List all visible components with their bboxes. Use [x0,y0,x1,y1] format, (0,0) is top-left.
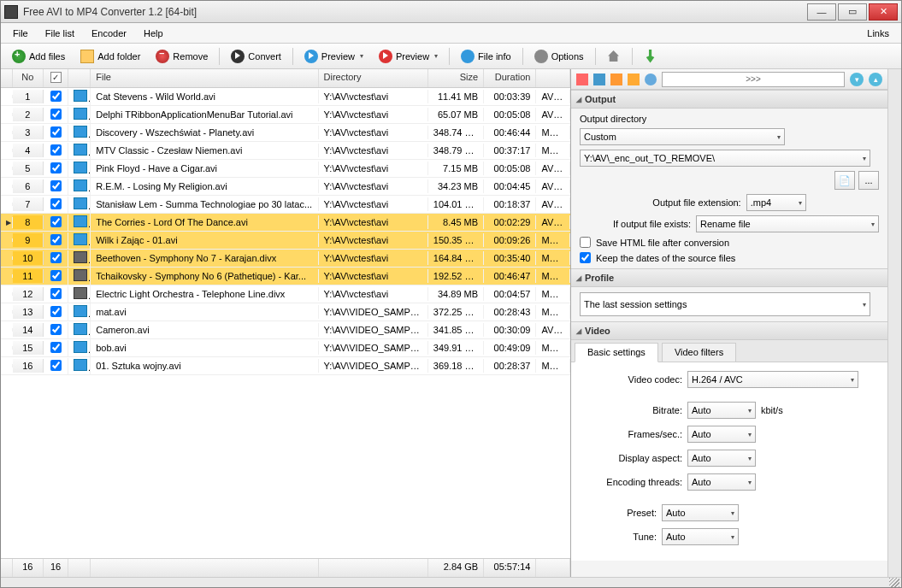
file-directory: Y:\AV\vctest\avi [319,215,428,229]
table-row[interactable]: 10Beethoven - Symphony No 7 - Karajan.di… [1,250,570,268]
folder-plus-icon [80,50,94,63]
open-folder-button[interactable]: 📄 [834,171,855,190]
table-row[interactable]: 3Discovery - Wszechświat - Planety.aviY:… [1,124,570,142]
row-checkbox[interactable] [50,144,62,156]
table-row[interactable]: 1Cat Stevens - Wild World.aviY:\AV\vctes… [1,88,570,106]
col-size[interactable]: Size [428,69,484,87]
table-row[interactable]: 9Wilk i Zając - 01.aviY:\AV\vctest\avi15… [1,232,570,250]
grid-body[interactable]: 1Cat Stevens - Wild World.aviY:\AV\vctes… [1,88,570,558]
bitrate-select[interactable]: Auto▾ [687,402,756,419]
pin-icon [644,50,657,63]
row-checkbox[interactable] [50,180,62,191]
table-row[interactable]: 4MTV Classic - Czesław Niemen.aviY:\AV\v… [1,142,570,160]
output-path-combo[interactable]: Y:\AV\_enc_out_TO_REMOVE\▾ [580,150,870,167]
nav-next-button[interactable]: >>> [662,72,845,87]
file-directory: Y:\AV\VIDEO_SAMPLES\... [319,305,428,319]
video-codec-select[interactable]: H.264 / AVC▾ [687,371,858,388]
output-exists-select[interactable]: Rename file▾ [696,215,879,232]
film-icon[interactable] [610,74,622,85]
row-checkbox[interactable] [50,109,62,120]
file-directory: Y:\AV\VIDEO_SAMPLES\... [319,341,428,355]
close-button[interactable]: ✕ [869,3,898,21]
scrollbar[interactable] [887,69,901,577]
table-row[interactable]: 5Pink Floyd - Have a Cigar.aviY:\AV\vcte… [1,160,570,178]
menu-file-list[interactable]: File list [37,26,83,40]
preset-select[interactable]: Auto▾ [662,504,739,521]
music-icon[interactable] [628,74,640,85]
down-circle-icon[interactable]: ▾ [850,73,864,86]
output-ext-select[interactable]: .mp4▾ [746,194,806,211]
row-number: 12 [13,287,44,301]
add-folder-button[interactable]: Add folder [74,47,146,66]
table-row[interactable]: 6R.E.M. - Losing My Religion.aviY:\AV\vc… [1,178,570,196]
row-checkbox[interactable] [50,360,62,371]
table-row[interactable]: 13mat.aviY:\AV\VIDEO_SAMPLES\...372.25 M… [1,303,570,321]
table-row[interactable]: ▶8The Corries - Lord Of The Dance.aviY:\… [1,214,570,232]
gear-icon[interactable] [645,74,657,85]
row-checkbox[interactable] [50,91,62,102]
tune-select[interactable]: Auto▾ [662,528,739,545]
col-no[interactable]: No [13,69,44,87]
output-directory-select[interactable]: Custom▾ [580,128,785,145]
menu-help[interactable]: Help [135,26,172,40]
up-circle-icon[interactable]: ▴ [869,73,882,86]
close-panel-icon[interactable] [576,74,588,85]
row-number: 10 [13,251,44,265]
file-info-button[interactable]: File info [455,47,517,66]
resize-grip[interactable] [889,578,899,588]
home-button[interactable] [601,47,627,66]
col-file[interactable]: File [91,69,318,87]
remove-button[interactable]: Remove [150,47,214,66]
row-checkbox[interactable] [50,198,62,209]
col-check-all[interactable]: ✓ [44,69,69,87]
preview-button-2[interactable]: Preview▾ [373,47,444,66]
col-video[interactable] [536,69,570,87]
keep-dates-checkbox[interactable] [580,252,591,263]
row-checkbox[interactable] [50,270,62,281]
save-html-checkbox[interactable] [580,237,591,248]
document-icon[interactable] [593,74,605,85]
menu-links[interactable]: Links [858,26,898,40]
profile-section-header[interactable]: ◢Profile [571,268,887,287]
col-duration[interactable]: Duration [484,69,536,87]
tab-basic-settings[interactable]: Basic settings [575,343,658,362]
fps-select[interactable]: Auto▾ [687,426,756,443]
maximize-button[interactable]: ▭ [838,3,867,21]
chevron-down-icon[interactable]: ▾ [360,52,363,60]
add-files-button[interactable]: Add files [6,47,71,66]
tab-video-filters[interactable]: Video filters [662,343,736,362]
row-checkbox[interactable] [50,306,62,317]
options-button[interactable]: Options [528,47,590,66]
profile-select[interactable]: The last session settings▾ [580,292,870,316]
table-row[interactable]: 1601. Sztuka wojny.aviY:\AV\VIDEO_SAMPLE… [1,357,570,375]
browse-button[interactable]: ... [858,171,879,190]
pin-button[interactable] [638,47,663,66]
table-row[interactable]: 11Tchaikovsky - Symphony No 6 (Pathetiqu… [1,268,570,285]
file-type-icon [74,144,87,156]
threads-select[interactable]: Auto▾ [687,473,756,491]
row-checkbox[interactable] [50,126,62,138]
row-checkbox[interactable] [50,288,62,299]
title-bar: Free AVI to MP4 Converter 1.2 [64-bit] —… [1,1,901,23]
chevron-down-icon[interactable]: ▾ [434,52,438,60]
table-row[interactable]: 15bob.aviY:\AV\VIDEO_SAMPLES\...349.91 M… [1,339,570,357]
aspect-select[interactable]: Auto▾ [687,450,756,467]
row-checkbox[interactable] [50,162,62,173]
table-row[interactable]: 12Electric Light Orchestra - Telephone L… [1,285,570,303]
table-row[interactable]: 14Cameron.aviY:\AV\VIDEO_SAMPLES\...341.… [1,321,570,339]
menu-encoder[interactable]: Encoder [83,26,135,40]
minimize-button[interactable]: — [807,3,836,21]
preview-button-1[interactable]: Preview▾ [298,47,369,66]
row-checkbox[interactable] [50,216,62,227]
row-checkbox[interactable] [50,324,62,335]
row-checkbox[interactable] [50,252,62,263]
menu-file[interactable]: File [4,26,37,40]
video-section-header[interactable]: ◢Video [571,321,887,340]
table-row[interactable]: 7Stanisław Lem - Summa Technologiae po 3… [1,196,570,214]
table-row[interactable]: 2Delphi TRibbonApplicationMenuBar Tutori… [1,106,570,124]
convert-button[interactable]: Convert [225,47,287,66]
col-directory[interactable]: Directory [319,69,428,87]
output-section-header[interactable]: ◢Output [571,90,887,109]
row-checkbox[interactable] [50,234,62,245]
row-checkbox[interactable] [50,342,62,353]
